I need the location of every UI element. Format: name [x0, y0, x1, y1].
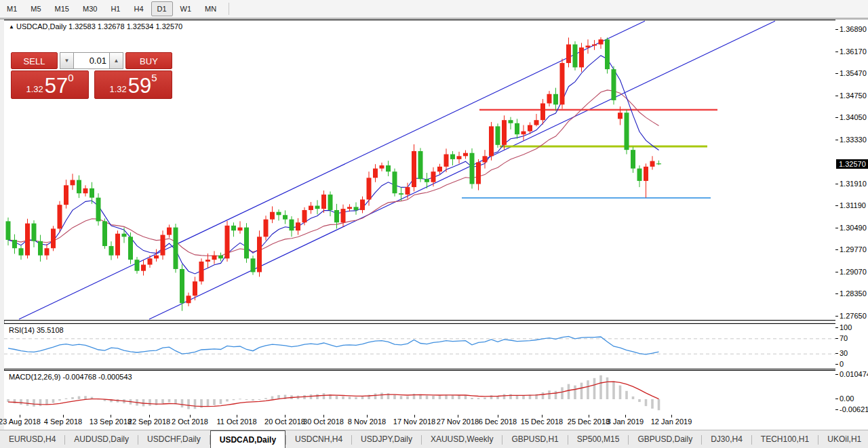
macd-bar: [439, 396, 441, 399]
price-axis-label: 0: [840, 360, 844, 368]
macd-bar: [625, 391, 628, 399]
macd-bar: [484, 398, 486, 399]
chart-symbol-label: USDCAD,Daily: [16, 22, 66, 30]
buy-price-box[interactable]: 1.32 59 5: [94, 70, 172, 99]
candle-body: [347, 207, 352, 209]
price-axis-tick: [835, 117, 838, 118]
rsi-indicator-pane[interactable]: RSI(14) 35.5108: [4, 323, 836, 369]
macd-bar: [361, 396, 364, 399]
chart-tab-gbpusd-h1[interactable]: GBPUSD,H1: [502, 430, 567, 448]
price-axis-tick: [835, 29, 838, 30]
rsi-canvas[interactable]: [4, 324, 835, 369]
timeframe-button-m15[interactable]: M15: [49, 1, 75, 16]
price-axis-tick: [835, 409, 838, 410]
macd-bar: [52, 399, 55, 403]
price-axis-tick: [835, 184, 838, 184]
candle-body: [83, 188, 88, 193]
toolbar-separator: [229, 3, 229, 15]
price-axis-label: -0.006218: [840, 405, 868, 413]
candle-body: [167, 228, 172, 235]
price-axis-label: 1.34050: [840, 113, 867, 121]
main-chart-pane[interactable]: ▲ USDCAD,Daily 1.32583 1.32678 1.32534 1…: [4, 20, 836, 321]
candle-body: [334, 210, 339, 222]
price-axis-label: 0.00: [840, 394, 854, 403]
timeframe-button-m5[interactable]: M5: [24, 1, 47, 16]
candle-body: [360, 199, 365, 210]
chart-tab-usdjpy-daily[interactable]: USDJPY,Daily: [352, 430, 421, 448]
candle-body: [6, 221, 11, 239]
candle-body: [515, 123, 519, 134]
chart-tab-sp500-m15[interactable]: SP500,M15: [568, 430, 629, 448]
chart-tab-ukoil-h1[interactable]: UKOil,H1: [818, 430, 868, 448]
timeframe-button-mn[interactable]: MN: [199, 1, 222, 16]
price-axis[interactable]: 1.368901.361701.354701.347501.340501.333…: [835, 20, 868, 430]
macd-bar: [252, 399, 254, 401]
candle-body: [218, 256, 223, 259]
candle-body: [161, 235, 165, 256]
candle-body: [547, 94, 552, 104]
chart-tab-dj30-h4[interactable]: DJ30,H4: [702, 430, 751, 448]
timeframe-button-d1[interactable]: D1: [151, 1, 173, 16]
price-axis-label: 30: [840, 349, 848, 357]
collapse-icon[interactable]: ▲: [9, 24, 14, 30]
chart-tab-audusd-daily[interactable]: AUDUSD,Daily: [65, 430, 138, 448]
chart-ohlc-values: 1.32583 1.32678 1.32534 1.32570: [68, 22, 182, 30]
macd-bar: [226, 399, 229, 401]
candle-body: [656, 163, 661, 164]
candle-body: [502, 120, 507, 145]
chart-tab-eurusd-h4[interactable]: EURUSD,H4: [0, 430, 64, 448]
candle-body: [180, 269, 184, 303]
buy-button[interactable]: BUY: [125, 52, 172, 69]
candle-body: [625, 113, 629, 150]
candle-body: [650, 161, 655, 167]
date-axis-label: 3 Jan 2019: [607, 418, 644, 426]
candle-body: [586, 45, 591, 47]
macd-bar: [638, 399, 641, 402]
macd-bar: [465, 395, 467, 399]
candle-body: [612, 69, 616, 100]
price-axis-tick: [835, 140, 838, 140]
lot-size-input[interactable]: 0.01: [74, 52, 109, 69]
date-axis-label: 23 Aug 2018: [0, 418, 41, 426]
macd-bar: [548, 390, 551, 399]
candle-body: [186, 296, 191, 303]
chart-tab-gbpusd-daily[interactable]: GBPUSD,Daily: [629, 430, 701, 448]
date-axis[interactable]: 23 Aug 20184 Sep 201813 Sep 201822 Sep 2…: [4, 415, 835, 430]
macd-indicator-pane[interactable]: MACD(12,26,9) -0.004768 -0.000543: [4, 370, 836, 415]
macd-bar: [452, 395, 454, 399]
price-axis-tick: [835, 399, 838, 399]
chart-tab-xauusd-weekly[interactable]: XAUUSD,Weekly: [422, 430, 502, 448]
timeframe-buttons: M1M5M15M30H1H4D1W1MN: [0, 1, 223, 16]
price-axis-tick: [835, 205, 838, 206]
price-axis-label: 100: [840, 323, 852, 331]
candle-body: [457, 156, 462, 159]
macd-bar: [149, 399, 151, 406]
candle-body: [644, 167, 648, 181]
macd-bar: [20, 399, 22, 405]
chart-tab-usdchf-daily[interactable]: USDCHF,Daily: [138, 430, 210, 448]
price-axis-tick: [835, 353, 838, 354]
sell-price-box[interactable]: 1.32 57 0: [11, 70, 89, 99]
sell-button[interactable]: SELL: [11, 52, 58, 69]
chart-tab-usdcnh-h4[interactable]: USDCNH,H4: [286, 430, 351, 448]
chart-tab-usdcad-daily[interactable]: USDCAD,Daily: [210, 430, 285, 448]
lot-decrease-button[interactable]: ▼: [60, 52, 74, 69]
timeframe-button-m1[interactable]: M1: [1, 1, 23, 16]
price-axis-tick: [835, 316, 838, 317]
timeframe-button-m30[interactable]: M30: [77, 1, 103, 16]
price-axis-label: 1.28350: [840, 289, 867, 298]
timeframe-button-w1[interactable]: W1: [174, 1, 198, 16]
candle-body: [566, 45, 571, 63]
lot-increase-button[interactable]: ▲: [109, 52, 123, 69]
timeframe-button-h4[interactable]: H4: [127, 1, 149, 16]
candle-body: [122, 234, 127, 237]
macd-bar: [568, 384, 570, 399]
candle-body: [328, 195, 333, 210]
timeframe-button-h1[interactable]: H1: [104, 1, 126, 16]
candle-body: [199, 262, 204, 281]
candle-body: [174, 228, 178, 269]
candle-body: [96, 198, 101, 222]
chart-tab-tech100-h1[interactable]: TECH100,H1: [752, 430, 818, 448]
candle-body: [496, 126, 500, 144]
candle-body: [309, 206, 313, 210]
